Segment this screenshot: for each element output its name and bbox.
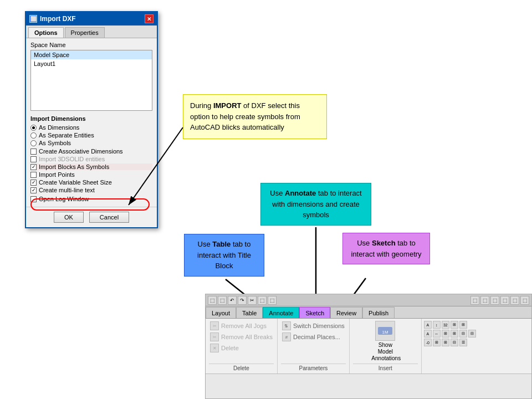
toolbar-btn-2[interactable]: ⬚ bbox=[218, 296, 227, 305]
remove-breaks-icon: ✂ bbox=[210, 332, 219, 341]
radio-group-import-dims: As Dimensions As Separate Entities As Sy… bbox=[30, 124, 152, 146]
toolbar-btn-11[interactable]: ⬚ bbox=[500, 296, 509, 305]
ribbon-tab-sketch[interactable]: Sketch bbox=[299, 307, 330, 318]
callout-blue-table: Use Table tab to interact with Title Blo… bbox=[184, 234, 264, 277]
show-model-annotations-label: Show Model Annotations bbox=[371, 342, 399, 362]
ribbon-group-title-insert: Insert bbox=[353, 364, 418, 371]
radio-as-symbols[interactable]: As Symbols bbox=[30, 140, 152, 146]
ribbon-delete-items: ✂ Remove All Jogs ✂ Remove All Breaks ✕ … bbox=[209, 321, 274, 364]
toolbar-btn-12[interactable]: ⬚ bbox=[510, 296, 519, 305]
checkbox-import-3dsolid: Import 3DSOLID entities bbox=[30, 156, 152, 162]
dialog-body: Space Name Model Space Layout1 Import Di… bbox=[26, 38, 157, 207]
toolbar-btn-1[interactable]: ⬚ bbox=[208, 296, 217, 305]
toolbar-btn-3[interactable]: ↶ bbox=[228, 296, 237, 305]
radio-label-dimensions: As Dimensions bbox=[39, 124, 79, 131]
space-name-list[interactable]: Model Space Layout1 bbox=[30, 50, 152, 111]
tab-properties[interactable]: Properties bbox=[65, 27, 105, 38]
toolbar-btn-4[interactable]: ↷ bbox=[238, 296, 247, 305]
dialog-tab-bar: Options Properties bbox=[26, 25, 157, 38]
space-item-layout1[interactable]: Layout1 bbox=[31, 59, 152, 68]
radio-as-separate[interactable]: As Separate Entities bbox=[30, 132, 152, 139]
switch-dimensions-label: Switch Dimensions bbox=[293, 323, 345, 329]
extra-icon-3[interactable]: 32 bbox=[442, 321, 449, 329]
ribbon-group-title-delete: Delete bbox=[209, 364, 274, 371]
checkbox-import-points[interactable]: Import Points bbox=[30, 171, 152, 178]
extra-icon-6[interactable]: A bbox=[424, 330, 432, 337]
ribbon-toolbar-strip: ⬚ ⬚ ↶ ↷ ✂ ⬚ ⬚ ⬚ ⬚ ⬚ ⬚ ⬚ ⬚ bbox=[206, 294, 531, 306]
radio-as-dimensions[interactable]: As Dimensions bbox=[30, 124, 152, 131]
switch-dimensions-icon: ⇅ bbox=[282, 321, 291, 330]
checkbox-box-multiline: ✓ bbox=[30, 187, 37, 193]
ribbon-tab-review[interactable]: Review bbox=[330, 307, 362, 318]
checkbox-import-blocks[interactable]: ✓ Import Blocks As Symbols bbox=[30, 163, 152, 170]
toolbar-btn-6[interactable]: ⬚ bbox=[258, 296, 267, 305]
checkbox-box-variable-sheet: ✓ bbox=[30, 180, 37, 186]
ribbon-tab-layout[interactable]: Layout bbox=[206, 307, 236, 318]
callout-cyan-bold: Annotate bbox=[285, 189, 316, 197]
extra-icon-13[interactable]: ⊞ bbox=[433, 339, 441, 346]
extra-icon-8[interactable]: ⊞ bbox=[442, 330, 449, 337]
radio-label-separate: As Separate Entities bbox=[39, 132, 94, 139]
dialog-close-button[interactable]: ✕ bbox=[145, 14, 154, 23]
radio-circle-dimensions bbox=[30, 125, 37, 131]
ok-button[interactable]: OK bbox=[54, 212, 84, 223]
extra-icon-10[interactable]: ⊟ bbox=[459, 330, 467, 337]
extra-icon-7[interactable]: ↔ bbox=[433, 330, 441, 337]
checkbox-box-3dsolid bbox=[30, 156, 37, 162]
radio-circle-separate bbox=[30, 132, 37, 139]
callout-blue-bold: Table bbox=[212, 240, 231, 248]
extra-icon-1[interactable]: A bbox=[424, 321, 432, 329]
space-item-model[interactable]: Model Space bbox=[31, 50, 152, 59]
checkbox-box-log bbox=[30, 196, 37, 202]
toolbar-btn-5[interactable]: ✂ bbox=[248, 296, 257, 305]
ribbon-tab-publish[interactable]: Publish bbox=[362, 307, 395, 318]
extra-icon-15[interactable]: ⊟ bbox=[451, 339, 458, 346]
extra-icon-9[interactable]: ⊞ bbox=[451, 330, 458, 337]
show-model-annotations-icon: 1M bbox=[375, 321, 395, 341]
delete-icon: ✕ bbox=[210, 344, 219, 352]
extra-icon-11[interactable]: ⊟ bbox=[468, 330, 476, 337]
checkbox-label-log: Open Log Window bbox=[39, 196, 89, 202]
extra-icon-5[interactable]: ⊞ bbox=[459, 321, 467, 329]
checkbox-label-points: Import Points bbox=[39, 171, 75, 178]
show-model-annotations-btn[interactable]: 1M Show Model Annotations bbox=[353, 321, 418, 362]
decimal-places-label: Decimal Places... bbox=[293, 334, 340, 340]
checkbox-label-multiline: Create multi-line text bbox=[39, 187, 95, 193]
toolbar-btn-13[interactable]: ⬚ bbox=[520, 296, 529, 305]
extra-icon-12[interactable]: -0 bbox=[424, 339, 432, 346]
extra-icon-4[interactable]: ⊞ bbox=[451, 321, 458, 329]
toolbar-btn-9[interactable]: ⬚ bbox=[480, 296, 489, 305]
extra-icon-14[interactable]: ⊞ bbox=[442, 339, 449, 346]
extra-icon-16[interactable]: ☰ bbox=[459, 339, 467, 346]
import-dimensions-label: Import Dimensions bbox=[30, 115, 152, 122]
ribbon-group-parameters: ⇅ Switch Dimensions # Decimal Places... … bbox=[278, 319, 350, 374]
checkbox-open-log[interactable]: Open Log Window bbox=[30, 196, 152, 202]
checkbox-box-points bbox=[30, 172, 37, 178]
checkbox-variable-sheet[interactable]: ✓ Create Variable Sheet Size bbox=[30, 179, 152, 186]
callout-yellow-text-before: During bbox=[190, 101, 213, 110]
tab-options[interactable]: Options bbox=[28, 27, 64, 38]
checkbox-label-blocks: Import Blocks As Symbols bbox=[39, 163, 109, 170]
ribbon-item-switch-dimensions[interactable]: ⇅ Switch Dimensions bbox=[281, 321, 346, 331]
checkbox-create-associative[interactable]: Create Associative Dimensions bbox=[30, 148, 152, 155]
checkbox-multi-line[interactable]: ✓ Create multi-line text bbox=[30, 187, 152, 193]
dialog-footer: OK Cancel bbox=[26, 207, 157, 227]
toolbar-btn-8[interactable]: ⬚ bbox=[470, 296, 479, 305]
callout-yellow-bold: IMPORT bbox=[213, 101, 242, 110]
radio-circle-symbols bbox=[30, 140, 37, 146]
ribbon-tab-table[interactable]: Table bbox=[236, 307, 263, 318]
toolbar-btn-10[interactable]: ⬚ bbox=[490, 296, 499, 305]
callout-yellow-import: During IMPORT of DXF select this option … bbox=[183, 94, 327, 139]
cancel-button[interactable]: Cancel bbox=[89, 212, 129, 223]
ribbon-tab-annotate[interactable]: Annotate bbox=[263, 307, 299, 318]
checkbox-label-variable-sheet: Create Variable Sheet Size bbox=[39, 179, 112, 186]
radio-label-symbols: As Symbols bbox=[39, 140, 71, 146]
ribbon-item-decimal-places[interactable]: # Decimal Places... bbox=[281, 332, 346, 342]
checkbox-box-associative bbox=[30, 149, 37, 155]
toolbar-btn-7[interactable]: ⬚ bbox=[268, 296, 277, 305]
space-name-label: Space Name bbox=[30, 42, 152, 48]
checkbox-label-associative: Create Associative Dimensions bbox=[39, 148, 123, 155]
checkbox-label-3dsolid: Import 3DSOLID entities bbox=[39, 156, 105, 162]
extra-icon-2[interactable]: ↕ bbox=[433, 321, 441, 329]
remove-breaks-label: Remove All Breaks bbox=[221, 334, 273, 340]
